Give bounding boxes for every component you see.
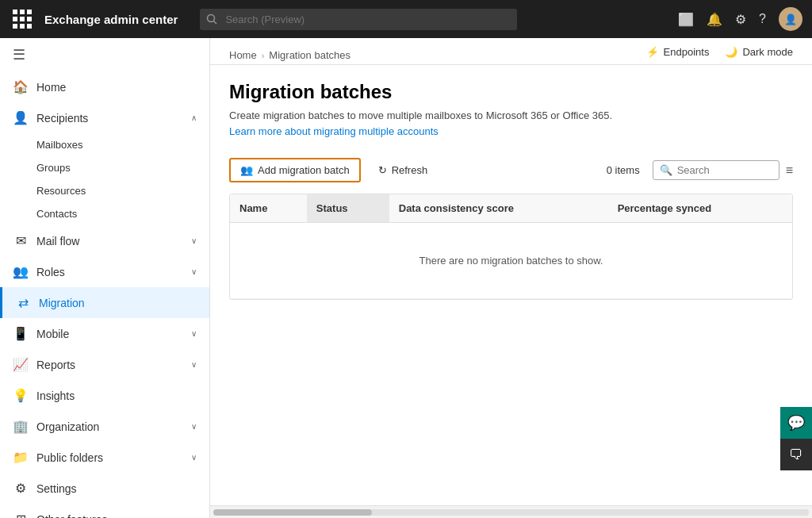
sidebar-item-organization[interactable]: 🏢 Organization ∨ — [0, 411, 209, 442]
waffle-icon[interactable] — [10, 6, 35, 32]
chevron-down-icon-mobile: ∨ — [191, 329, 197, 338]
refresh-button[interactable]: ↻ Refresh — [367, 158, 439, 182]
sidebar-label-insights: Insights — [36, 389, 197, 402]
add-migration-icon: 👥 — [240, 164, 253, 176]
insights-icon: 💡 — [13, 388, 29, 403]
header-actions: ⚡ Endpoints 🌙 Dark mode — [646, 46, 793, 64]
topbar: Exchange admin center ⬜ 🔔 ⚙ ? 👤 — [0, 0, 812, 38]
sidebar-item-contacts[interactable]: Contacts — [36, 202, 209, 225]
chevron-down-icon-folders: ∨ — [191, 453, 197, 462]
col-name: Name — [230, 194, 307, 223]
col-consistency: Data consistency score — [389, 194, 608, 223]
topbar-search-container — [200, 9, 517, 30]
refresh-icon: ↻ — [378, 164, 387, 176]
table-header-row: Name Status Data consistency score Perce… — [230, 194, 792, 223]
breadcrumb-home[interactable]: Home — [229, 49, 257, 61]
mail-flow-icon: ✉ — [13, 233, 29, 248]
sidebar: ☰ 🏠 Home 👤 Recipients ∧ Mailboxes Groups… — [0, 38, 210, 518]
sidebar-item-mail-flow[interactable]: ✉ Mail flow ∨ — [0, 225, 209, 256]
table-empty-row: There are no migration batches to show. — [230, 223, 792, 299]
search-container: 🔍 — [653, 160, 779, 180]
sidebar-item-resources[interactable]: Resources — [36, 179, 209, 202]
sidebar-recipients-sub: Mailboxes Groups Resources Contacts — [0, 133, 209, 225]
sidebar-item-public-folders[interactable]: 📁 Public folders ∨ — [0, 442, 209, 473]
sidebar-label-mail-flow: Mail flow — [36, 235, 183, 247]
content-body: Migration batches Create migration batch… — [210, 65, 812, 505]
learn-more-link[interactable]: Learn more about migrating multiple acco… — [229, 125, 439, 137]
empty-message: There are no migration batches to show. — [230, 223, 792, 299]
app-title: Exchange admin center — [44, 13, 178, 26]
add-migration-batch-button[interactable]: 👥 Add migration batch — [229, 158, 361, 182]
sidebar-item-mobile[interactable]: 📱 Mobile ∨ — [0, 318, 209, 349]
sidebar-item-mailboxes[interactable]: Mailboxes — [36, 133, 209, 156]
chevron-down-icon: ∧ — [191, 113, 197, 122]
endpoints-button[interactable]: ⚡ Endpoints — [646, 46, 710, 58]
scrollbar-thumb[interactable] — [213, 509, 372, 516]
breadcrumb-separator: › — [262, 51, 265, 60]
item-count: 0 items — [607, 164, 640, 176]
home-icon: 🏠 — [13, 79, 29, 94]
sidebar-item-insights[interactable]: 💡 Insights — [0, 380, 209, 411]
sidebar-item-reports[interactable]: 📈 Reports ∨ — [0, 349, 209, 380]
sidebar-label-roles: Roles — [36, 266, 183, 278]
dark-mode-button[interactable]: 🌙 Dark mode — [725, 46, 793, 58]
search-input[interactable] — [677, 164, 772, 176]
sidebar-item-home[interactable]: 🏠 Home — [0, 71, 209, 102]
chevron-down-icon-mailflow: ∨ — [191, 236, 197, 245]
sidebar-item-recipients[interactable]: 👤 Recipients ∧ — [0, 102, 209, 133]
sidebar-label-reports: Reports — [36, 359, 183, 371]
sidebar-toggle[interactable]: ☰ — [0, 38, 209, 71]
svg-point-0 — [208, 15, 215, 22]
main-layout: ☰ 🏠 Home 👤 Recipients ∧ Mailboxes Groups… — [0, 38, 812, 518]
chevron-down-icon-org: ∨ — [191, 422, 197, 431]
float-buttons: 💬 🗨 — [780, 407, 812, 470]
page-description: Create migration batches to move multipl… — [229, 109, 793, 121]
chat-float-button[interactable]: 💬 — [780, 407, 812, 439]
sidebar-item-migration[interactable]: ⇄ Migration — [0, 287, 209, 318]
feedback-icon: 🗨 — [789, 447, 803, 463]
chevron-down-icon-reports: ∨ — [191, 360, 197, 369]
settings-icon: ⚙ — [13, 481, 29, 496]
breadcrumb-current: Migration batches — [269, 49, 350, 61]
migration-table: Name Status Data consistency score Perce… — [230, 194, 792, 299]
col-status: Status — [307, 194, 389, 223]
public-folders-icon: 📁 — [13, 450, 29, 465]
horizontal-scrollbar[interactable] — [210, 505, 812, 518]
help-icon[interactable]: ? — [759, 12, 766, 26]
main-content: Home › Migration batches ⚡ Endpoints 🌙 D… — [210, 38, 812, 518]
reports-icon: 📈 — [13, 357, 29, 372]
sidebar-label-organization: Organization — [36, 420, 183, 433]
search-icon: 🔍 — [660, 164, 672, 176]
svg-line-1 — [214, 21, 217, 25]
sidebar-item-groups[interactable]: Groups — [36, 156, 209, 179]
monitor-icon[interactable]: ⬜ — [678, 12, 694, 27]
table-container: Name Status Data consistency score Perce… — [229, 194, 793, 300]
add-migration-label: Add migration batch — [258, 164, 350, 176]
bell-icon[interactable]: 🔔 — [707, 12, 722, 27]
migration-icon: ⇄ — [15, 295, 31, 310]
toolbar: 👥 Add migration batch ↻ Refresh 0 items … — [229, 153, 793, 187]
dark-mode-icon: 🌙 — [725, 46, 737, 58]
scrollbar-track — [213, 509, 809, 516]
sidebar-label-mobile: Mobile — [36, 328, 183, 340]
content-header-bar: Home › Migration batches ⚡ Endpoints 🌙 D… — [210, 38, 812, 65]
sidebar-item-other-features[interactable]: ⊞ Other features — [0, 504, 209, 518]
topbar-search-input[interactable] — [200, 9, 517, 30]
sidebar-item-settings[interactable]: ⚙ Settings — [0, 473, 209, 504]
chevron-down-icon-roles: ∨ — [191, 267, 197, 276]
mobile-icon: 📱 — [13, 326, 29, 341]
refresh-label: Refresh — [392, 164, 428, 176]
sidebar-label-settings: Settings — [36, 482, 197, 495]
topbar-icons: ⬜ 🔔 ⚙ ? 👤 — [678, 7, 802, 31]
feedback-float-button[interactable]: 🗨 — [780, 439, 812, 470]
recipients-icon: 👤 — [13, 110, 29, 125]
sidebar-label-migration: Migration — [39, 297, 197, 309]
sidebar-label-recipients: Recipients — [36, 112, 183, 125]
sidebar-item-roles[interactable]: 👥 Roles ∨ — [0, 256, 209, 287]
roles-icon: 👥 — [13, 264, 29, 279]
chat-icon: 💬 — [787, 414, 805, 432]
avatar[interactable]: 👤 — [779, 7, 802, 31]
gear-icon[interactable]: ⚙ — [735, 12, 746, 27]
page-title: Migration batches — [229, 81, 793, 103]
filter-icon[interactable]: ≡ — [786, 163, 793, 178]
